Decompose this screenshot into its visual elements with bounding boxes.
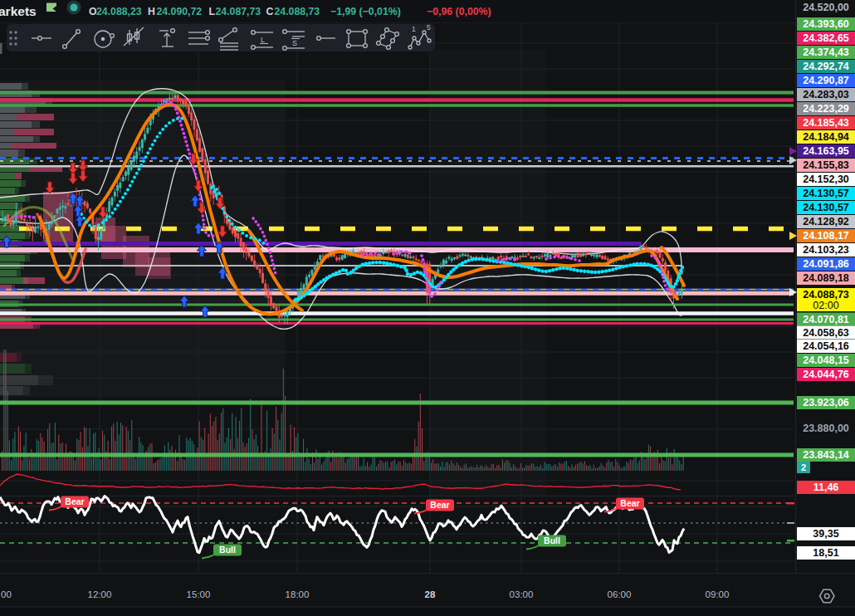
svg-text:28: 28	[425, 589, 436, 599]
svg-text:24.108,17: 24.108,17	[803, 230, 849, 242]
svg-text:S: S	[292, 39, 297, 47]
svg-text:Bull: Bull	[219, 545, 236, 555]
svg-text:Bear: Bear	[620, 498, 639, 508]
svg-text:39,35: 39,35	[813, 528, 838, 540]
svg-text:24.152,30: 24.152,30	[803, 174, 849, 185]
svg-text:24.087,73: 24.087,73	[216, 6, 261, 17]
svg-text:24.185,43: 24.185,43	[803, 117, 849, 129]
svg-text:24.155,83: 24.155,83	[803, 159, 849, 171]
svg-text:5: 5	[427, 23, 431, 32]
svg-text:24.393,60: 24.393,60	[803, 18, 849, 30]
svg-text:24.163,95: 24.163,95	[803, 145, 849, 157]
svg-text:24.382,65: 24.382,65	[803, 32, 849, 44]
svg-text:2: 2	[801, 462, 806, 472]
svg-text:24.054,16: 24.054,16	[803, 340, 849, 352]
svg-text:03:00: 03:00	[510, 589, 534, 599]
svg-text:24.058,63: 24.058,63	[803, 327, 849, 339]
svg-text:24.088,73: 24.088,73	[803, 289, 849, 301]
svg-text:C: C	[266, 6, 274, 17]
svg-text:09:00: 09:00	[706, 589, 730, 599]
svg-text:24.292,74: 24.292,74	[803, 61, 849, 72]
svg-text:−0,96 (0,00%): −0,96 (0,00%)	[427, 6, 491, 17]
svg-text:23.880,00: 23.880,00	[803, 423, 849, 434]
svg-text:24.044,76: 24.044,76	[803, 369, 849, 380]
svg-text:1: 1	[412, 25, 416, 33]
svg-text:24.088,73: 24.088,73	[275, 6, 320, 17]
svg-text:arkets: arkets	[0, 4, 37, 18]
svg-text:24.223,29: 24.223,29	[803, 103, 849, 115]
svg-text:Bear: Bear	[430, 500, 449, 510]
svg-text:24.290,87: 24.290,87	[803, 75, 849, 86]
svg-text:24.088,23: 24.088,23	[96, 6, 142, 17]
svg-text:15:00: 15:00	[187, 589, 211, 599]
svg-text:02:00: 02:00	[813, 300, 838, 311]
svg-text:23.923,06: 23.923,06	[803, 397, 849, 408]
svg-text:24.070,81: 24.070,81	[803, 314, 849, 325]
svg-text:Bear: Bear	[65, 496, 84, 506]
svg-text:12:00: 12:00	[88, 589, 112, 599]
svg-text:24.374,43: 24.374,43	[803, 46, 849, 58]
svg-text:24.090,72: 24.090,72	[157, 6, 203, 17]
svg-text:24.089,18: 24.089,18	[803, 272, 849, 284]
svg-text:24.283,03: 24.283,03	[803, 89, 849, 100]
svg-text:24.091,86: 24.091,86	[803, 258, 849, 270]
svg-text:H: H	[148, 6, 155, 17]
svg-text:24.130,57: 24.130,57	[803, 202, 849, 213]
svg-text:−1,99 (−0,01%): −1,99 (−0,01%)	[330, 6, 401, 17]
svg-text:24.103,23: 24.103,23	[803, 244, 849, 256]
svg-text:L: L	[261, 36, 265, 44]
svg-text:24.048,15: 24.048,15	[803, 354, 849, 366]
svg-text:06:00: 06:00	[608, 589, 632, 599]
svg-text:23.843,14: 23.843,14	[803, 449, 849, 461]
svg-text:24.128,92: 24.128,92	[803, 216, 849, 227]
svg-text:L: L	[209, 6, 216, 17]
svg-text:24.184,94: 24.184,94	[803, 131, 849, 143]
svg-text:11,46: 11,46	[813, 482, 839, 493]
svg-text:18:00: 18:00	[286, 589, 310, 599]
svg-text:18,51: 18,51	[813, 547, 838, 559]
svg-text:00: 00	[1, 589, 12, 599]
svg-text:24.130,57: 24.130,57	[803, 188, 849, 199]
svg-text:24.520,00: 24.520,00	[803, 2, 849, 13]
svg-text:Bull: Bull	[544, 535, 560, 545]
